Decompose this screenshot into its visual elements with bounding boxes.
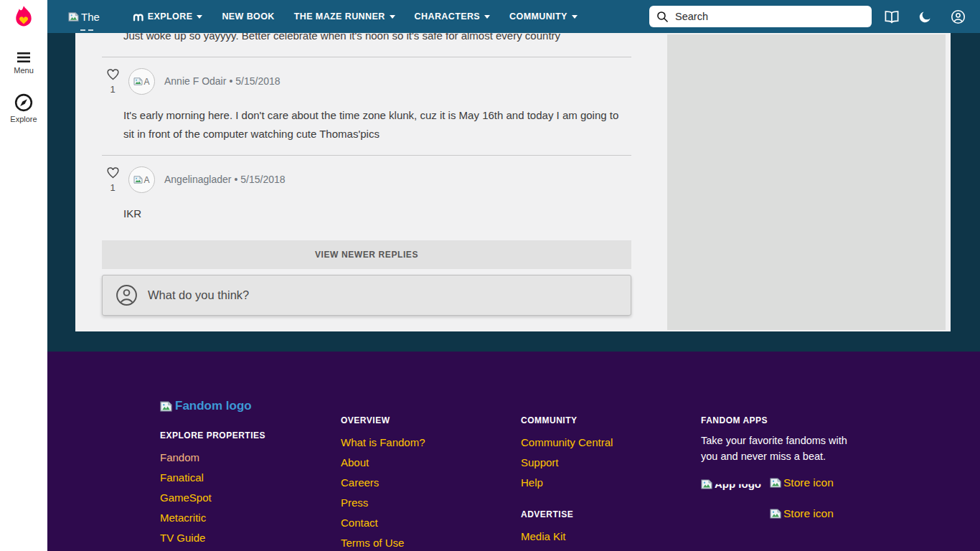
footer-link-media-kit[interactable]: Media Kit xyxy=(521,527,613,547)
chevron-down-icon xyxy=(572,15,578,19)
comment-divider xyxy=(102,155,631,156)
sidebar-explore-button[interactable]: Explore xyxy=(0,93,47,123)
global-sidebar: Menu Explore xyxy=(0,0,47,551)
broken-image-icon xyxy=(133,176,143,184)
broken-image-icon xyxy=(770,509,781,519)
comment-text: IKR xyxy=(123,204,629,223)
meta-separator: • xyxy=(234,174,237,185)
broken-image-icon xyxy=(68,12,79,22)
fandom-apps-tagline: Take your favorite fandoms with you and … xyxy=(701,433,862,464)
footer-link-about[interactable]: About xyxy=(341,453,425,473)
footer-link-metacritic[interactable]: Metacritic xyxy=(160,508,265,528)
fandom-flame-icon[interactable] xyxy=(0,4,47,33)
wordmark-clipped-line xyxy=(80,29,93,31)
footer-link-community-central[interactable]: Community Central xyxy=(521,433,613,453)
comment-date: 5/15/2018 xyxy=(240,174,285,185)
footer-section-title: EXPLORE PROPERTIES xyxy=(160,430,265,441)
app-store-badge-link[interactable]: App logo xyxy=(701,478,761,490)
nav-item-label: THE MAZE RUNNER xyxy=(294,11,385,22)
avatar-alt-letter: A xyxy=(143,175,149,185)
fandom-m-icon xyxy=(133,12,143,22)
footer-link-terms-of-use[interactable]: Terms of Use xyxy=(341,533,425,551)
store-badge-link[interactable]: Store icon xyxy=(770,507,834,520)
like-button[interactable]: 1 xyxy=(102,68,123,95)
footer-fandom-apps: FANDOM APPS Take your favorite fandoms w… xyxy=(701,415,862,464)
chevron-down-icon xyxy=(197,15,202,19)
fandom-footer-logo-link[interactable]: Fandom logo xyxy=(160,399,252,413)
avatar[interactable]: A xyxy=(128,166,155,193)
comment-header: 1 A Annie F Odair•5/15/2018 xyxy=(102,68,631,95)
footer-link-gamespot[interactable]: GameSpot xyxy=(160,488,265,508)
compass-icon xyxy=(14,93,33,112)
avatar-alt-letter: A xyxy=(143,77,149,87)
nav-item-label: EXPLORE xyxy=(148,11,193,22)
store-badge-alt-text: Store icon xyxy=(783,507,834,520)
footer-link-fandom[interactable]: Fandom xyxy=(160,448,265,468)
comment-date: 5/15/2018 xyxy=(235,75,280,87)
nav-item-community[interactable]: COMMUNITY xyxy=(509,11,578,22)
view-newer-replies-button[interactable]: VIEW NEWER REPLIES xyxy=(102,240,631,269)
chevron-down-icon xyxy=(390,15,395,19)
footer-link-help[interactable]: Help xyxy=(521,473,613,493)
comment-meta: Annie F Odair•5/15/2018 xyxy=(164,75,281,87)
dark-mode-moon-icon[interactable] xyxy=(918,10,932,24)
article-comments-card: Just woke up so yayyyy. Better celebrate… xyxy=(75,33,951,331)
reading-list-book-icon[interactable] xyxy=(884,10,900,24)
search-bar[interactable] xyxy=(649,6,872,27)
like-count: 1 xyxy=(102,84,123,95)
footer-link-advertise-contact[interactable]: Contact xyxy=(521,547,613,551)
footer-link-fanatical[interactable]: Fanatical xyxy=(160,468,265,488)
search-icon xyxy=(656,11,669,23)
nav-item-characters[interactable]: CHARACTERS xyxy=(415,11,491,22)
avatar[interactable]: A xyxy=(128,68,155,95)
sidebar-explore-label: Explore xyxy=(0,115,47,123)
nav-item-label: COMMUNITY xyxy=(509,11,567,22)
comments-section: Just woke up so yayyyy. Better celebrate… xyxy=(102,33,631,316)
heart-outline-icon xyxy=(106,166,120,179)
nav-item-explore[interactable]: EXPLORE xyxy=(133,11,203,22)
footer-section-title: FANDOM APPS xyxy=(701,415,862,425)
like-button[interactable]: 1 xyxy=(102,166,123,193)
comment-text-clipped: Just woke up so yayyyy. Better celebrate… xyxy=(123,33,629,45)
comment-meta: Angelinaglader•5/15/2018 xyxy=(164,174,286,185)
sidebar-menu-label: Menu xyxy=(0,66,47,75)
heart-outline-icon xyxy=(106,68,120,80)
comment-author[interactable]: Angelinaglader xyxy=(164,174,231,185)
wiki-wordmark-link[interactable]: The xyxy=(68,0,100,33)
footer-section-title: ADVERTISE xyxy=(521,509,613,519)
footer-link-what-is-fandom[interactable]: What is Fandom? xyxy=(341,433,425,453)
comment-divider xyxy=(102,57,631,57)
footer-link-tv-guide[interactable]: TV Guide xyxy=(160,528,265,548)
broken-image-icon xyxy=(160,401,172,412)
fandom-logo-alt-text: Fandom logo xyxy=(175,399,252,413)
search-input[interactable] xyxy=(675,11,864,22)
footer-overview: OVERVIEW What is Fandom? About Careers P… xyxy=(341,415,425,551)
comment-author[interactable]: Annie F Odair xyxy=(164,75,226,87)
footer-explore-properties: EXPLORE PROPERTIES Fandom Fanatical Game… xyxy=(160,430,265,548)
nav-item-label: NEW BOOK xyxy=(222,11,274,22)
footer-link-press[interactable]: Press xyxy=(341,493,425,513)
footer-section-title: OVERVIEW xyxy=(341,415,425,425)
store-badge-link[interactable]: Store icon xyxy=(770,476,834,489)
account-user-icon[interactable] xyxy=(951,9,966,24)
footer-advertise: ADVERTISE Media Kit Contact xyxy=(521,509,613,551)
footer-link-careers[interactable]: Careers xyxy=(341,473,425,493)
wiki-wordmark-alt-text: The xyxy=(81,11,100,23)
store-badge-alt-text: Store icon xyxy=(783,476,834,489)
user-circle-icon xyxy=(116,284,138,306)
right-rail-ad-placeholder xyxy=(667,34,946,330)
meta-separator: • xyxy=(229,75,232,87)
footer-link-contact[interactable]: Contact xyxy=(341,513,425,533)
nav-icon-group xyxy=(884,9,966,24)
chevron-down-icon xyxy=(484,15,490,19)
nav-menu: EXPLORE NEW BOOK THE MAZE RUNNER CHARACT… xyxy=(133,11,578,22)
sidebar-menu-button[interactable]: Menu xyxy=(0,52,47,75)
comment-composer[interactable]: What do you think? xyxy=(102,275,631,316)
hamburger-icon xyxy=(16,52,32,63)
broken-image-icon xyxy=(133,77,143,85)
broken-image-icon xyxy=(701,479,712,489)
app-badge-alt-text: App logo xyxy=(715,478,761,490)
nav-item-new-book[interactable]: NEW BOOK xyxy=(222,11,274,22)
footer-link-support[interactable]: Support xyxy=(521,453,613,473)
nav-item-the-maze-runner[interactable]: THE MAZE RUNNER xyxy=(294,11,395,22)
